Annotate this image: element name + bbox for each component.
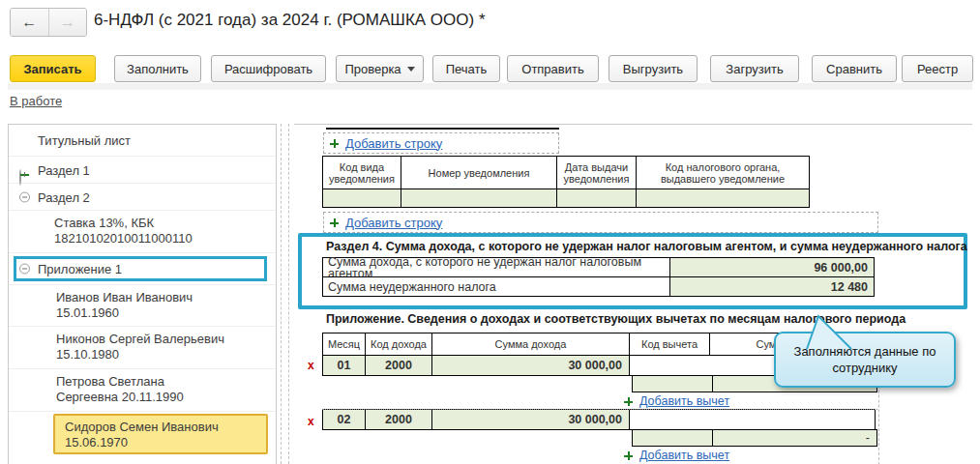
add-row-focus-frame: Добавить строку [323,132,559,154]
send-button[interactable]: Отправить [507,55,599,82]
add-row-link[interactable]: Добавить строку [345,136,442,151]
tree-item-rate-13[interactable]: Ставка 13%, КБК 18210102010011000110 [9,211,276,253]
notifications-table: Код вида уведомления Номер уведомления Д… [322,156,810,208]
tree-item-label: Раздел 1 [38,162,90,177]
employee-birthdate: 15.01.1960 [56,305,119,320]
dropdown-caret-icon [407,67,415,72]
column-header: Номер уведомления [401,156,557,189]
check-menu-label: Проверка [344,62,401,76]
employee-birthdate: 15.10.1980 [56,347,119,362]
employee-name: Сидоров Семен Иванович [65,420,219,434]
notification-org-cell[interactable] [636,188,810,208]
delete-row-icon[interactable]: x [308,359,314,372]
section4-title: Раздел 4. Сумма дохода, с которого не уд… [326,240,960,253]
deduction-empty-cell[interactable] [629,409,876,430]
notification-type-cell[interactable] [322,188,401,208]
toolbar-separator [8,83,972,90]
compare-button[interactable]: Сравнить [812,55,897,82]
employee-name: Иванов Иван Иванович [56,290,193,304]
tree-item-section1[interactable]: Раздел 1 [9,157,276,184]
unwithheld-tax-value[interactable]: 12 480 [669,276,875,297]
decode-button[interactable]: Расшифровать [211,55,326,82]
tooltip-bubble: Заполняются данные по сотруднику [774,332,956,388]
untaxed-income-value[interactable]: 96 000,00 [669,257,875,277]
save-button[interactable]: Записать [10,55,96,82]
month-cell[interactable]: 01 [322,355,366,376]
row-spacer [322,375,632,392]
panel-splitter[interactable] [281,124,289,464]
column-header: Месяц [322,333,366,356]
form-content: Добавить строку Код вида уведомления Ном… [294,124,972,464]
forward-arrow-icon: → [60,14,75,31]
history-nav: ← → [10,8,87,37]
add-row-focus-frame: Добавить строку [323,212,878,233]
notification-number-cell[interactable] [401,188,557,208]
tree-item-employee-nikonov[interactable]: Никонов Сергей Валерьевич 15.10.1980 [9,327,276,369]
add-deduction-row: Добавить вычет [322,447,877,464]
income-code-cell[interactable]: 2000 [365,409,432,430]
forward-button[interactable]: → [49,9,87,36]
form-window: ← → 6-НДФЛ (с 2021 года) за 2024 г. (РОМ… [0,0,980,464]
tree-item-label: Приложение 1 [38,262,122,276]
column-header: Код дохода [365,333,432,356]
month-cell[interactable]: 02 [322,409,366,430]
employee-name: Петрова Светлана [56,374,164,389]
add-deduction-link[interactable]: Добавить вычет [639,449,729,462]
notification-date-cell[interactable] [556,188,637,208]
delete-row-icon[interactable]: x [308,415,314,428]
tree-item-label: Ставка 13%, КБК [54,216,154,230]
plus-icon [624,451,633,460]
add-deduction-row: Добавить вычет [322,392,877,410]
tree-item-section2[interactable]: Раздел 2 [9,184,276,211]
column-header: Код вида уведомления [322,156,401,189]
plus-icon [330,139,339,148]
selected-item-highlight: Сидоров Семен Иванович 15.06.1970 [53,414,268,454]
print-button[interactable]: Печать [432,55,500,82]
section4-row-label: Сумма дохода, с которого не удержан нало… [322,257,670,277]
tree-item-employee-ivanov[interactable]: Иванов Иван Иванович 15.01.1960 [9,285,276,327]
column-header: Код налогового органа, выдавшего уведомл… [636,156,810,189]
column-header: Сумма дохода [431,333,630,356]
register-button[interactable]: Реестр [902,55,973,82]
expand-icon[interactable] [19,169,21,186]
clipped-table-edge [326,128,559,130]
add-row-link[interactable]: Добавить строку [345,216,442,230]
section-tree: Титульный лист Раздел 1 Раздел 2 Ставка … [8,124,277,464]
fill-button[interactable]: Заполнить [114,55,201,82]
income-amount-cell[interactable]: 30 000,00 [431,355,630,376]
add-deduction-link[interactable]: Добавить вычет [639,394,729,408]
column-header: Дата выдачи уведомления [556,156,637,189]
deduction-code-cell[interactable] [632,375,713,392]
plus-icon [330,218,339,227]
page-title: 6-НДФЛ (с 2021 года) за 2024 г. (РОМАШКА… [94,11,486,30]
tree-item-title-page[interactable]: Титульный лист [9,125,276,157]
tooltip-pointer [805,314,863,353]
check-menu-button[interactable]: Проверка [336,55,424,82]
employee-name: Никонов Сергей Валерьевич [56,332,224,346]
employee-birthdate: Сергеевна 20.11.1990 [56,390,184,404]
column-header: Код вычета [629,333,710,356]
income-code-cell[interactable]: 2000 [365,355,432,376]
plus-icon [624,397,633,406]
status-link[interactable]: В работе [10,94,62,108]
table-row-month-02: 02 2000 30 000,00 [322,409,877,430]
tree-item-employee-sidorov[interactable]: Сидоров Семен Иванович 15.06.1970 [9,412,276,458]
tree-item-appendix1[interactable]: Приложение 1 [9,253,276,285]
income-amount-cell[interactable]: 30 000,00 [431,409,630,430]
row-spacer [322,429,632,447]
tree-item-label-line2: 18210102010011000110 [54,231,193,246]
tree-item-label: Раздел 2 [38,189,90,204]
deduction-row: - [322,429,877,447]
employee-birthdate: 15.06.1970 [65,435,128,450]
section4-row-label: Сумма неудержанного налога [322,276,670,297]
back-arrow-icon: ← [21,14,37,31]
tree-item-employee-petrova[interactable]: Петрова Светлана Сергеевна 20.11.1990 [9,369,276,412]
section4-table: Сумма дохода, с которого не удержан нало… [322,257,875,297]
export-button[interactable]: Выгрузить [609,55,698,82]
deduction-amount-cell[interactable]: - [712,429,877,447]
back-button[interactable]: ← [11,9,49,36]
deduction-code-cell[interactable] [632,429,713,447]
collapse-icon[interactable] [19,191,30,202]
import-button[interactable]: Загрузить [710,55,799,82]
tree-item-label: Титульный лист [38,133,131,148]
